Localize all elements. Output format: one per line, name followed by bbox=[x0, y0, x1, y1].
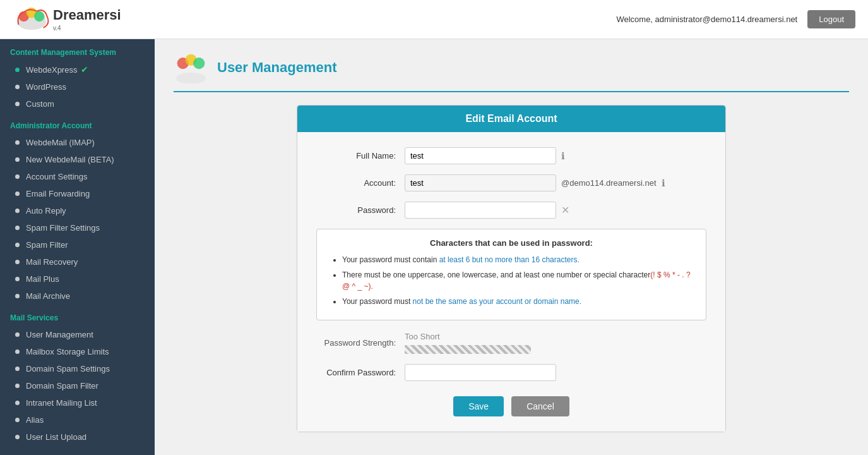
password-rule-2: There must be one uppercase, one lowerca… bbox=[342, 269, 693, 292]
confirm-password-label: Confirm Password: bbox=[316, 368, 405, 377]
page-title: User Management bbox=[217, 59, 337, 76]
sidebar-item-auto-reply[interactable]: Auto Reply bbox=[0, 202, 155, 219]
sidebar-dot bbox=[15, 140, 20, 145]
sidebar-item-domain-spam-filter[interactable]: Domain Spam Filter bbox=[0, 377, 155, 394]
clear-password-icon[interactable]: ✕ bbox=[561, 204, 569, 216]
sidebar-item-domain-spam-settings[interactable]: Domain Spam Settings bbox=[0, 360, 155, 377]
sidebar-dot bbox=[15, 277, 20, 281]
sidebar-label-webdexpress: WebdeXpress bbox=[26, 65, 77, 75]
cancel-button[interactable]: Cancel bbox=[511, 396, 569, 416]
edit-card-body: Full Name: ℹ Account: @demo114.dreamersi… bbox=[297, 132, 725, 432]
full-name-input[interactable] bbox=[405, 147, 556, 164]
confirm-password-input[interactable] bbox=[405, 364, 556, 381]
sidebar-item-mail-archive[interactable]: Mail Archive bbox=[0, 288, 155, 305]
password-rule-1: Your password must contain at least 6 bu… bbox=[342, 254, 693, 265]
sidebar-dot bbox=[15, 209, 20, 213]
strength-bar bbox=[405, 345, 531, 354]
sidebar-label-custom: Custom bbox=[26, 99, 54, 109]
logo-icon bbox=[13, 5, 51, 33]
svg-point-9 bbox=[193, 58, 205, 69]
sidebar-dot bbox=[15, 102, 20, 106]
sidebar-item-wordpress[interactable]: WordPress bbox=[0, 78, 155, 95]
password-info-box: Characters that can be used in password:… bbox=[316, 229, 706, 320]
sidebar-item-user-list-upload[interactable]: User List Upload bbox=[0, 428, 155, 446]
sidebar-dot bbox=[15, 384, 20, 388]
strength-text: Too Short bbox=[405, 332, 531, 341]
sidebar-label-email-forwarding: Email Forwarding bbox=[26, 189, 90, 198]
sidebar-item-webdemail[interactable]: WebdeMail (IMAP) bbox=[0, 134, 155, 151]
sidebar-label-wordpress: WordPress bbox=[26, 82, 66, 92]
sidebar-item-custom[interactable]: Custom bbox=[0, 95, 155, 112]
password-label: Password: bbox=[316, 205, 405, 215]
svg-point-6 bbox=[34, 11, 44, 21]
logo-name: Dreamersi bbox=[53, 7, 121, 23]
account-input[interactable] bbox=[405, 174, 556, 191]
logout-button[interactable]: Logout bbox=[807, 10, 855, 28]
sidebar-dot bbox=[15, 243, 20, 247]
welcome-text: Welcome, administrator@demo114.dreamersi… bbox=[616, 15, 797, 24]
main-content: User Management Edit Email Account Full … bbox=[155, 39, 868, 455]
sidebar-item-spam-filter[interactable]: Spam Filter bbox=[0, 236, 155, 253]
sidebar-dot bbox=[15, 418, 20, 422]
logo-area: Dreamersi v.4 bbox=[13, 5, 121, 33]
sidebar-label-mail-plus: Mail Plus bbox=[26, 274, 59, 284]
edit-card-title: Edit Email Account bbox=[297, 106, 725, 132]
sidebar: Content Management System WebdeXpress ✔ … bbox=[0, 39, 155, 455]
sidebar-dot bbox=[15, 68, 20, 72]
sidebar-dot bbox=[15, 174, 20, 179]
strength-bar-col: Too Short bbox=[405, 332, 531, 354]
strength-label: Password Strength: bbox=[316, 338, 405, 348]
sidebar-label-spam-filter-settings: Spam Filter Settings bbox=[26, 223, 100, 233]
sidebar-section-cms: Content Management System bbox=[0, 39, 155, 61]
sidebar-dot bbox=[15, 435, 20, 439]
sidebar-label-spam-filter: Spam Filter bbox=[26, 240, 68, 250]
account-suffix: @demo114.dreamersi.net bbox=[561, 178, 657, 188]
sidebar-item-email-forwarding[interactable]: Email Forwarding bbox=[0, 185, 155, 202]
sidebar-item-webdexpress[interactable]: WebdeXpress ✔ bbox=[0, 61, 155, 78]
sidebar-item-account-settings[interactable]: Account Settings bbox=[0, 168, 155, 185]
sidebar-label-user-management: User Management bbox=[26, 330, 93, 339]
sidebar-label-mailbox-storage: Mailbox Storage Limits bbox=[26, 347, 109, 356]
check-icon: ✔ bbox=[81, 64, 88, 75]
sidebar-label-domain-spam-settings: Domain Spam Settings bbox=[26, 364, 110, 373]
sidebar-item-alias[interactable]: Alias bbox=[0, 411, 155, 428]
sidebar-item-intranet-mailing[interactable]: Intranet Mailing List bbox=[0, 394, 155, 411]
user-management-icon bbox=[174, 52, 208, 83]
password-rules: Your password must contain at least 6 bu… bbox=[330, 254, 693, 307]
sidebar-dot bbox=[15, 349, 20, 354]
sidebar-dot bbox=[15, 157, 20, 162]
sidebar-item-spam-filter-settings[interactable]: Spam Filter Settings bbox=[0, 219, 155, 236]
sidebar-label-auto-reply: Auto Reply bbox=[26, 206, 66, 215]
sidebar-label-account-settings: Account Settings bbox=[26, 172, 88, 181]
password-rule-3: Your password must not be the same as yo… bbox=[342, 296, 693, 307]
svg-point-10 bbox=[176, 73, 206, 83]
sidebar-dot bbox=[15, 401, 20, 405]
sidebar-label-webdemail: WebdeMail (IMAP) bbox=[26, 138, 95, 147]
header-right: Welcome, administrator@demo114.dreamersi… bbox=[616, 10, 855, 28]
account-info-icon: ℹ bbox=[662, 178, 665, 189]
sidebar-item-user-management[interactable]: User Management bbox=[0, 326, 155, 343]
action-row: Save Cancel bbox=[316, 394, 706, 416]
password-strength-row: Password Strength: Too Short bbox=[316, 332, 706, 354]
password-input[interactable] bbox=[405, 202, 556, 219]
sidebar-item-mail-plus[interactable]: Mail Plus bbox=[0, 270, 155, 288]
sidebar-label-mail-archive: Mail Archive bbox=[26, 291, 70, 301]
sidebar-dot bbox=[15, 191, 20, 196]
edit-email-card: Edit Email Account Full Name: ℹ Account:… bbox=[297, 105, 726, 432]
header: Dreamersi v.4 Welcome, administrator@dem… bbox=[0, 0, 868, 39]
sidebar-item-mailbox-storage[interactable]: Mailbox Storage Limits bbox=[0, 343, 155, 360]
sidebar-item-mail-recovery[interactable]: Mail Recovery bbox=[0, 253, 155, 270]
save-button[interactable]: Save bbox=[453, 396, 504, 416]
full-name-row: Full Name: ℹ bbox=[316, 147, 706, 164]
sidebar-section-mail-services: Mail Services bbox=[0, 305, 155, 326]
sidebar-item-new-webdemail[interactable]: New WebdeMail (BETA) bbox=[0, 151, 155, 168]
sidebar-label-alias: Alias bbox=[26, 415, 44, 425]
password-info-title: Characters that can be used in password: bbox=[330, 238, 693, 248]
account-row: Account: @demo114.dreamersi.net ℹ bbox=[316, 174, 706, 191]
sidebar-dot bbox=[15, 332, 20, 337]
sidebar-label-mail-recovery: Mail Recovery bbox=[26, 257, 78, 267]
full-name-info-icon: ℹ bbox=[561, 150, 565, 162]
account-label: Account: bbox=[316, 178, 405, 188]
logo-version: v.4 bbox=[53, 25, 121, 32]
full-name-label: Full Name: bbox=[316, 151, 405, 161]
